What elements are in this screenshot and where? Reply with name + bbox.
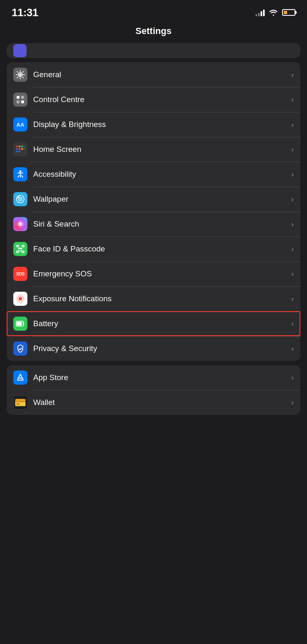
svg-rect-23 bbox=[22, 245, 24, 247]
svg-point-28 bbox=[19, 297, 22, 300]
emergency-sos-chevron: › bbox=[291, 270, 294, 278]
signal-bar-2 bbox=[258, 13, 260, 16]
home-screen-icon bbox=[13, 142, 27, 156]
battery-body bbox=[282, 9, 295, 16]
svg-rect-14 bbox=[16, 151, 18, 152]
display-chevron: › bbox=[291, 120, 294, 129]
settings-item-control-centre[interactable]: Control Centre › bbox=[7, 87, 300, 112]
settings-item-accessibility[interactable]: Accessibility › bbox=[7, 162, 300, 187]
control-centre-icon bbox=[13, 93, 27, 107]
svg-point-16 bbox=[19, 171, 22, 173]
svg-rect-4 bbox=[17, 100, 19, 103]
svg-rect-10 bbox=[16, 148, 18, 150]
display-icon: AA bbox=[13, 117, 27, 132]
svg-point-19 bbox=[19, 222, 22, 226]
svg-rect-11 bbox=[19, 148, 20, 150]
siri-icon bbox=[13, 217, 27, 231]
signal-bar-4 bbox=[263, 10, 265, 16]
svg-point-26 bbox=[19, 248, 19, 249]
wallet-label: Wallet bbox=[33, 398, 288, 407]
general-label: General bbox=[33, 70, 288, 79]
accessibility-label: Accessibility bbox=[33, 170, 288, 179]
battery-status-icon bbox=[282, 9, 295, 16]
partial-icon bbox=[13, 44, 27, 57]
svg-point-27 bbox=[21, 248, 22, 249]
control-centre-label: Control Centre bbox=[33, 95, 288, 104]
settings-item-general[interactable]: General › bbox=[7, 62, 300, 87]
settings-group-2: App Store › Wallet › bbox=[7, 365, 300, 415]
svg-rect-3 bbox=[21, 96, 24, 99]
svg-rect-32 bbox=[17, 322, 22, 326]
emergency-sos-icon: SOS bbox=[13, 267, 27, 281]
app-store-icon bbox=[13, 371, 27, 385]
signal-bar-3 bbox=[261, 11, 262, 16]
svg-rect-8 bbox=[21, 146, 23, 147]
status-bar: 11:31 bbox=[0, 0, 307, 22]
svg-rect-2 bbox=[17, 96, 19, 99]
page-header: Settings bbox=[0, 22, 307, 43]
siri-chevron: › bbox=[291, 220, 294, 229]
svg-rect-13 bbox=[24, 148, 24, 150]
settings-item-face-id[interactable]: Face ID & Passcode › bbox=[7, 237, 300, 261]
exposure-chevron: › bbox=[291, 295, 294, 303]
wallet-chevron: › bbox=[291, 398, 294, 407]
settings-item-emergency-sos[interactable]: SOS Emergency SOS › bbox=[7, 261, 300, 286]
svg-rect-9 bbox=[24, 146, 24, 147]
settings-group-1: General › Control Centre › AA Display & … bbox=[7, 62, 300, 361]
app-store-label: App Store bbox=[33, 373, 288, 382]
status-icons bbox=[256, 9, 295, 16]
face-id-icon bbox=[13, 242, 27, 256]
settings-item-exposure[interactable]: Exposure Notifications › bbox=[7, 286, 300, 311]
privacy-label: Privacy & Security bbox=[33, 344, 288, 353]
settings-item-display[interactable]: AA Display & Brightness › bbox=[7, 112, 300, 137]
page-title: Settings bbox=[136, 26, 172, 36]
svg-rect-15 bbox=[19, 151, 20, 152]
settings-item-app-store[interactable]: App Store › bbox=[7, 365, 300, 390]
wallpaper-chevron: › bbox=[291, 195, 294, 204]
svg-rect-24 bbox=[17, 251, 19, 253]
settings-item-home-screen[interactable]: Home Screen › bbox=[7, 137, 300, 162]
settings-item-wallpaper[interactable]: Wallpaper › bbox=[7, 187, 300, 212]
settings-item-siri[interactable]: Siri & Search › bbox=[7, 212, 300, 237]
wallpaper-icon bbox=[13, 192, 27, 206]
svg-rect-36 bbox=[15, 401, 25, 402]
privacy-chevron: › bbox=[291, 344, 294, 353]
exposure-label: Exposure Notifications bbox=[33, 294, 288, 303]
svg-rect-38 bbox=[17, 403, 20, 405]
settings-item-battery[interactable]: Battery › bbox=[7, 311, 300, 336]
battery-fill bbox=[284, 11, 287, 14]
svg-rect-25 bbox=[22, 251, 24, 253]
settings-item-privacy[interactable]: Privacy & Security › bbox=[7, 336, 300, 361]
accessibility-chevron: › bbox=[291, 170, 294, 179]
display-label: Display & Brightness bbox=[33, 120, 288, 129]
signal-bars-icon bbox=[256, 9, 265, 16]
settings-item-wallet[interactable]: Wallet › bbox=[7, 390, 300, 415]
wifi-icon bbox=[269, 9, 278, 16]
svg-rect-6 bbox=[16, 146, 18, 147]
svg-rect-5 bbox=[21, 100, 24, 103]
privacy-icon bbox=[13, 342, 27, 356]
home-screen-chevron: › bbox=[291, 145, 294, 154]
status-time: 11:31 bbox=[12, 6, 38, 19]
svg-rect-7 bbox=[19, 146, 20, 147]
siri-label: Siri & Search bbox=[33, 220, 288, 229]
svg-point-0 bbox=[19, 73, 22, 76]
battery-chevron: › bbox=[291, 320, 294, 328]
emergency-sos-label: Emergency SOS bbox=[33, 269, 288, 278]
svg-rect-35 bbox=[15, 399, 25, 402]
signal-bar-1 bbox=[256, 14, 257, 16]
general-chevron: › bbox=[291, 71, 294, 79]
svg-rect-12 bbox=[21, 148, 23, 150]
face-id-label: Face ID & Passcode bbox=[33, 244, 288, 254]
partial-top-item[interactable] bbox=[7, 43, 300, 58]
battery-label: Battery bbox=[33, 319, 288, 328]
svg-rect-22 bbox=[17, 245, 19, 247]
home-screen-label: Home Screen bbox=[33, 145, 288, 154]
wallpaper-label: Wallpaper bbox=[33, 195, 288, 204]
wallet-icon bbox=[13, 395, 27, 410]
exposure-icon bbox=[13, 292, 27, 306]
face-id-chevron: › bbox=[291, 245, 294, 254]
battery-icon bbox=[13, 317, 27, 331]
app-store-chevron: › bbox=[291, 373, 294, 382]
general-icon bbox=[13, 68, 27, 82]
